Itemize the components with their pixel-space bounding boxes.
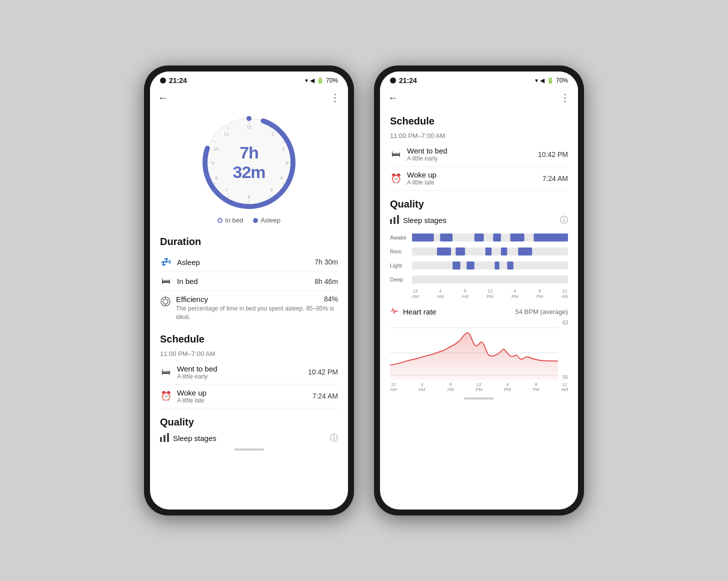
status-time-1: 21:24 [169, 76, 187, 84]
rem-track [412, 248, 568, 256]
inbed-row: 🛏 In bed 8h 46m [160, 272, 338, 291]
svg-point-29 [163, 299, 168, 304]
bed-icon-1: 🛏 [160, 367, 172, 378]
clock-circle: 12 1 2 3 4 5 6 7 8 9 10 [199, 112, 299, 212]
svg-text:2: 2 [282, 146, 284, 152]
svg-rect-35 [390, 219, 392, 224]
light-stage-row: Light [390, 258, 568, 272]
awake-stage-row: Awake [390, 230, 568, 244]
svg-rect-47 [501, 248, 507, 256]
scroll-content-2[interactable]: Schedule 11:00 PM–7:00 AM 🛏 Went to bed … [380, 108, 578, 510]
hr-y-labels: 63 56 [562, 320, 568, 380]
status-icons-1: ▾ ◀ 🔋 70% [305, 77, 338, 84]
heartrate-icon [390, 306, 399, 317]
info-icon-2[interactable]: ⓘ [560, 215, 568, 226]
bed-icon: 🛏 [160, 276, 172, 286]
top-bar-2: ← ⋮ [380, 88, 578, 108]
legend-inbed: In bed [218, 216, 243, 224]
svg-rect-50 [466, 262, 474, 270]
svg-text:10: 10 [214, 146, 218, 152]
status-bar-2: 21:24 ▾ ◀ 🔋 70% [380, 72, 578, 88]
svg-rect-44 [437, 248, 451, 256]
schedule-title-1: Schedule [160, 334, 338, 345]
status-icons-2: ▾ ◀ 🔋 70% [535, 77, 568, 84]
went-to-bed-row-2: 🛏 Went to bed A little early 10:42 PM [390, 142, 568, 166]
svg-rect-41 [493, 234, 501, 242]
scroll-content-1[interactable]: 12 1 2 3 4 5 6 7 8 9 10 [150, 108, 348, 510]
svg-rect-46 [486, 248, 492, 256]
svg-point-26 [246, 116, 252, 121]
bed-icon-2: 🛏 [390, 149, 402, 160]
heart-rate-title: Heart rate [390, 306, 436, 317]
svg-rect-33 [164, 435, 166, 442]
woke-up-row-2: ⏰ Woke up A little late 7:24 AM [390, 166, 568, 190]
top-bar-1: ← ⋮ [150, 88, 348, 108]
alarm-icon-2: ⏰ [390, 173, 402, 184]
heart-rate-section: Heart rate 54 BPM (average) [390, 306, 568, 393]
svg-text:7: 7 [225, 188, 228, 192]
duration-title: Duration [160, 236, 338, 248]
svg-text:3: 3 [285, 160, 288, 166]
svg-rect-40 [474, 234, 484, 242]
phone-1: 21:24 ▾ ◀ 🔋 70% ← ⋮ [144, 66, 354, 516]
schedule-title-2: Schedule [390, 116, 568, 127]
stages-grid: Awake [390, 230, 568, 286]
quality-title-2: Quality [390, 198, 568, 210]
duration-section: Duration 💤 Asleep 7h 30m 🛏 In bed [160, 236, 338, 326]
sleep-stages-chart: Awake [390, 230, 568, 300]
inbed-dot [218, 218, 222, 223]
scroll-indicator-2 [464, 398, 494, 400]
svg-rect-32 [160, 437, 162, 442]
back-button-1[interactable]: ← [158, 92, 168, 104]
svg-rect-48 [518, 248, 532, 256]
back-button-2[interactable]: ← [388, 92, 398, 104]
svg-text:11: 11 [224, 132, 229, 136]
light-track [412, 262, 568, 270]
more-button-2[interactable]: ⋮ [560, 92, 570, 104]
camera-dot [160, 78, 166, 84]
svg-text:4: 4 [280, 176, 282, 180]
svg-text:5: 5 [270, 188, 272, 192]
info-icon-1[interactable]: ⓘ [330, 433, 338, 444]
clock-time: 7h 32m [232, 143, 265, 182]
svg-text:12: 12 [246, 124, 252, 130]
clock-face: 7h 32m [224, 143, 274, 182]
went-to-bed-row-1: 🛏 Went to bed A little early 10:42 PM [160, 360, 338, 384]
svg-rect-45 [456, 248, 465, 256]
sleep-stages-header-1: Sleep stages ⓘ [160, 433, 338, 444]
svg-point-27 [246, 204, 252, 209]
woke-up-row-1: ⏰ Woke up A little late 7:24 AM [160, 384, 338, 408]
svg-text:6: 6 [248, 194, 250, 200]
phones-container: 21:24 ▾ ◀ 🔋 70% ← ⋮ [144, 66, 584, 516]
rem-stage-row: Rem [390, 244, 568, 258]
svg-text:8: 8 [215, 176, 218, 180]
legend-asleep: Asleep [253, 216, 280, 224]
svg-rect-36 [394, 217, 396, 224]
alarm-icon-1: ⏰ [160, 390, 172, 402]
hr-time-axis: 12AM 4AM 8AM 12PM 4PM 8PM 12AM [390, 382, 568, 393]
asleep-dot [253, 218, 258, 223]
svg-text:1: 1 [272, 132, 274, 136]
scroll-indicator-1 [234, 448, 264, 450]
deep-track [412, 276, 568, 284]
svg-rect-51 [494, 262, 499, 270]
svg-rect-52 [507, 262, 513, 270]
efficiency-row: Efficiency 84% The percentage of time in… [160, 291, 338, 326]
svg-rect-34 [167, 433, 169, 442]
quality-section-2: Quality [390, 198, 568, 392]
bar-chart-icon-1 [160, 433, 169, 444]
sleep-stages-section: Sleep stages ⓘ Awake [390, 215, 568, 300]
clock-section: 12 1 2 3 4 5 6 7 8 9 10 [160, 108, 338, 228]
svg-rect-42 [510, 234, 524, 242]
schedule-section-2: Schedule 11:00 PM–7:00 AM 🛏 Went to bed … [390, 116, 568, 190]
efficiency-icon [160, 296, 171, 310]
asleep-icon: 💤 [160, 256, 172, 268]
svg-text:9: 9 [212, 160, 214, 166]
svg-rect-37 [397, 215, 399, 224]
more-button-1[interactable]: ⋮ [330, 92, 340, 104]
bar-chart-icon-2 [390, 215, 399, 226]
svg-rect-43 [534, 234, 568, 242]
quality-section-1: Quality Sleep stages [160, 416, 338, 444]
awake-track [412, 234, 568, 242]
camera-dot-2 [390, 78, 396, 84]
